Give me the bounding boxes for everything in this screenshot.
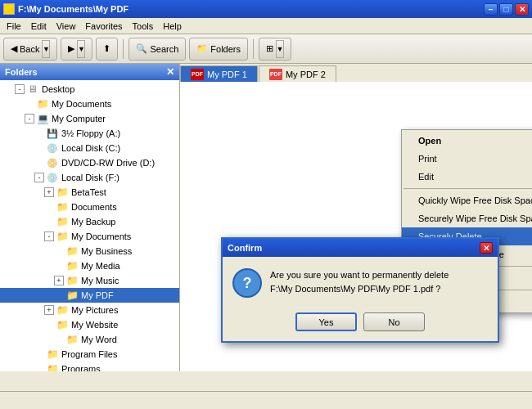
tab-pdf1[interactable]: PDF My PDF 1 [180, 65, 258, 82]
panel-title: Folders [5, 67, 38, 77]
panel-close-button[interactable]: ✕ [166, 66, 174, 78]
folder-panel: Folders ✕ - 🖥 Desktop 📁 My Documents - [0, 64, 180, 371]
tree-label-mymusic: My Music [81, 276, 119, 285]
tree-item-myword[interactable]: 📁 My Word [0, 332, 179, 347]
tree-item-floppy[interactable]: 💾 3½ Floppy (A:) [0, 126, 179, 141]
expand-mycomputer[interactable]: - [25, 114, 34, 124]
close-button[interactable]: ✕ [515, 3, 529, 16]
menu-favorites[interactable]: Favorites [80, 20, 127, 33]
tree-item-mymusic[interactable]: + 📁 My Music [0, 273, 179, 288]
tree-item-mydocsf[interactable]: - 📁 My Documents [0, 229, 179, 244]
tree-label-programs: Programs [61, 364, 101, 371]
menu-bar: File Edit View Favorites Tools Help [0, 18, 532, 34]
expand-desktop[interactable]: - [15, 84, 25, 94]
menu-view[interactable]: View [52, 20, 81, 33]
view-icon: ⊞ [266, 43, 273, 54]
dialog-title-text: Confirm [228, 243, 262, 253]
mybusiness-icon: 📁 [65, 245, 79, 257]
folders-button[interactable]: 📁 Folders [189, 38, 248, 61]
folders-icon: 📁 [196, 43, 208, 54]
mypictures-icon: 📁 [56, 304, 69, 316]
view-button[interactable]: ⊞ ▼ [259, 38, 291, 61]
tree-item-localc[interactable]: 💿 Local Disk (C:) [0, 141, 179, 155]
tree-label-mywebsite: My Website [71, 320, 118, 330]
window-title: F:\My Documents\My PDF [18, 4, 128, 14]
menu-file[interactable]: File [2, 20, 26, 33]
menu-tools[interactable]: Tools [128, 20, 159, 33]
menu-help[interactable]: Help [158, 20, 187, 33]
confirm-dialog[interactable]: Confirm ✕ ? Are you sure you want to per… [221, 237, 499, 343]
floppy-icon: 💾 [46, 128, 59, 139]
desktop-icon: 🖥 [26, 83, 39, 95]
tree-item-documents[interactable]: 📁 Documents [0, 200, 179, 214]
view-dropdown-arrow[interactable]: ▼ [276, 40, 284, 58]
localf-icon: 💿 [46, 172, 59, 183]
ctx-edit[interactable]: Edit [402, 168, 532, 186]
forward-dropdown-arrow[interactable]: ▼ [77, 40, 85, 58]
up-button[interactable]: ⬆ [96, 38, 118, 61]
dialog-close-button[interactable]: ✕ [480, 242, 493, 254]
mywebsite-icon: 📁 [56, 319, 69, 330]
separator-1 [123, 39, 124, 59]
dialog-yes-button[interactable]: Yes [295, 312, 357, 331]
dialog-message-line2: F:\My Documents\My PDF\My PDF 1.pdf ? [270, 284, 440, 294]
tree-item-mydocs[interactable]: 📁 My Documents [0, 97, 179, 111]
title-bar: F:\My Documents\My PDF – □ ✕ [0, 0, 532, 18]
tree-label-mydocsf: My Documents [71, 231, 131, 241]
tree-item-mypdf[interactable]: 📁 My PDF [0, 288, 179, 303]
minimize-button[interactable]: – [484, 3, 498, 16]
tree-label-documents: Documents [71, 202, 117, 212]
window-controls: – □ ✕ [484, 3, 529, 16]
tree-item-mymedia[interactable]: 📁 My Media [0, 258, 179, 273]
back-button[interactable]: ◀ Back ▼ [3, 38, 57, 61]
expand-localf[interactable]: - [34, 173, 44, 182]
tree-item-betatest[interactable]: + 📁 BetaTest [0, 185, 179, 200]
forward-button[interactable]: ▶ ▼ [61, 38, 92, 61]
expand-mymusic[interactable]: + [54, 276, 64, 285]
ctx-open[interactable]: Open [402, 132, 532, 150]
dialog-no-button[interactable]: No [363, 312, 425, 331]
ctx-secwipe[interactable]: Securely Wipe Free Disk Space [402, 209, 532, 227]
back-dropdown-arrow[interactable]: ▼ [42, 40, 50, 58]
localc-icon: 💿 [46, 142, 59, 154]
expand-mypictures[interactable]: + [44, 305, 54, 315]
tree-item-dvd[interactable]: 📀 DVD/CD-RW Drive (D:) [0, 155, 179, 170]
mypdf-icon: 📁 [65, 290, 79, 301]
tree-item-mywebsite[interactable]: 📁 My Website [0, 317, 179, 332]
mydocs-icon: 📁 [36, 98, 49, 110]
search-button[interactable]: 🔍 Search [128, 38, 186, 61]
ctx-print[interactable]: Print [402, 150, 532, 168]
tree-label-mycomputer: My Computer [52, 114, 106, 124]
tree-label-dvd: DVD/CD-RW Drive (D:) [61, 158, 155, 168]
tree-label-floppy: 3½ Floppy (A:) [61, 128, 120, 138]
ctx-quickwipe[interactable]: Quickly Wipe Free Disk Space [402, 191, 532, 209]
tab-label-pdf1: My PDF 1 [207, 70, 247, 79]
tree-item-localf[interactable]: - 💿 Local Disk (F:) [0, 170, 179, 185]
tree-label-programfiles: Program Files [61, 349, 117, 359]
tree-item-mypictures[interactable]: + 📁 My Pictures [0, 303, 179, 317]
tree-item-programs[interactable]: 📁 Programs [0, 362, 179, 371]
tree-item-mybackup[interactable]: 📁 My Backup [0, 214, 179, 229]
menu-edit[interactable]: Edit [26, 20, 52, 33]
tree-item-desktop[interactable]: - 🖥 Desktop [0, 82, 179, 97]
tree-item-programfiles[interactable]: 📁 Program Files [0, 347, 179, 362]
tree-item-mycomputer[interactable]: - 💻 My Computer [0, 111, 179, 126]
dialog-title-bar: Confirm ✕ [223, 239, 498, 257]
file-tabs: PDF My PDF 1 PDF My PDF 2 [180, 64, 532, 82]
dvd-icon: 📀 [46, 157, 59, 169]
tree-label-betatest: BetaTest [71, 187, 106, 197]
tree-label-mypictures: My Pictures [71, 305, 118, 315]
betatest-icon: 📁 [56, 187, 69, 198]
tab-pdf2[interactable]: PDF My PDF 2 [259, 65, 336, 82]
dialog-question-icon: ? [232, 268, 262, 298]
forward-icon: ▶ [68, 43, 74, 54]
toolbar: ◀ Back ▼ ▶ ▼ ⬆ 🔍 Search 📁 Folders ⊞ ▼ [0, 34, 532, 64]
maximize-button[interactable]: □ [499, 3, 513, 16]
computer-icon: 💻 [36, 113, 49, 124]
expand-betatest[interactable]: + [44, 187, 54, 197]
dialog-body: ? Are you sure you want to permanently d… [223, 257, 498, 309]
dialog-message: Are you sure you want to permanently del… [270, 268, 449, 295]
tree-item-mybusiness[interactable]: 📁 My Business [0, 244, 179, 258]
pdf1-icon: PDF [191, 69, 204, 80]
expand-mydocsf[interactable]: - [44, 231, 54, 241]
